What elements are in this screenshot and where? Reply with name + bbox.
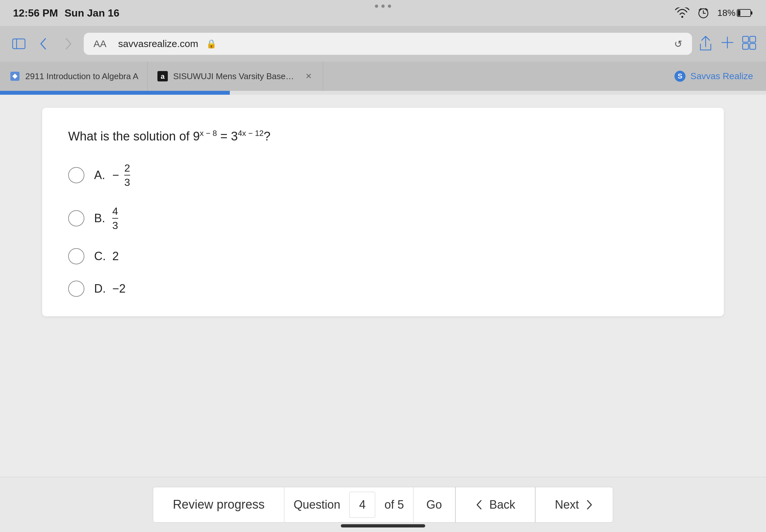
label-c: C. 2 [94, 249, 119, 263]
option-a[interactable]: A. − 2 3 [68, 162, 698, 189]
status-time: 12:56 PM [13, 7, 58, 19]
exponent1: x − 8 [200, 129, 217, 138]
tab-savvas[interactable]: S Savvas Realize [661, 62, 766, 91]
next-button[interactable]: Next [535, 487, 613, 523]
battery-indicator: 18% [717, 8, 753, 18]
svg-rect-13 [743, 36, 748, 42]
font-size-control[interactable]: AA [93, 38, 106, 49]
svg-rect-15 [743, 43, 748, 49]
status-left: 12:56 PM Sun Jan 16 [13, 7, 119, 19]
svg-rect-7 [751, 11, 752, 15]
fraction-a: 2 3 [124, 162, 130, 189]
next-label: Next [555, 498, 579, 512]
option-b[interactable]: B. 4 3 [68, 205, 698, 232]
next-arrow-icon [584, 499, 593, 510]
url-bar[interactable]: AA savvasrealize.com 🔒 ↺ [84, 33, 692, 55]
alarm-icon [697, 7, 710, 19]
browser-chrome: AA savvasrealize.com 🔒 ↺ [0, 26, 766, 62]
status-bar: 12:56 PM Sun Jan 16 18% [0, 0, 766, 26]
share-icon[interactable] [699, 36, 713, 52]
back-button[interactable]: Back [456, 487, 535, 523]
label-b: B. 4 3 [94, 205, 118, 232]
refresh-button[interactable]: ↺ [674, 38, 682, 50]
back-label: Back [490, 498, 516, 512]
tabs-bar: 2911 Introduction to Algebra A a SISUWUJ… [0, 62, 766, 91]
question-nav-label: Question [284, 498, 349, 512]
question-number-input[interactable] [349, 492, 375, 518]
bottom-nav: Review progress Question of 5 Go Back Ne… [0, 477, 766, 532]
main-content: What is the solution of 9x − 8 = 34x − 1… [0, 95, 766, 477]
forward-browser-button[interactable] [59, 35, 77, 53]
letter-b: B. [94, 212, 107, 225]
option-c[interactable]: C. 2 [68, 248, 698, 264]
tab-jacket[interactable]: a SISUWUJI Mens Varsity Baseball Jacket … [148, 62, 323, 91]
status-right: 18% [675, 7, 753, 19]
page-progress-bar [0, 91, 766, 95]
savvas-logo-icon: S [674, 70, 686, 82]
letter-a: A. [94, 168, 107, 182]
back-arrow-icon [475, 499, 484, 510]
tab-label-jacket: SISUWUJI Mens Varsity Baseball Jacket Be… [173, 71, 296, 81]
value-c: 2 [112, 249, 119, 263]
denominator-a: 3 [124, 175, 130, 188]
option-d[interactable]: D. −2 [68, 281, 698, 297]
tab-close-jacket[interactable]: ✕ [303, 71, 314, 81]
letter-d: D. [94, 282, 107, 296]
dot-2 [381, 5, 385, 8]
go-button[interactable]: Go [413, 487, 456, 523]
exponent2: 4x − 12 [238, 129, 263, 138]
label-a: A. − 2 3 [94, 162, 130, 189]
numerator-b: 4 [112, 205, 118, 219]
battery-percent: 18% [717, 8, 736, 18]
svg-rect-14 [750, 36, 756, 42]
question-of-label: of 5 [375, 498, 413, 512]
dot-1 [375, 5, 378, 8]
tabs-overview-icon[interactable] [742, 36, 756, 50]
question-nav-area: Question of 5 Go [284, 487, 455, 523]
tab-label-algebra: 2911 Introduction to Algebra A [25, 71, 138, 81]
tab-label-savvas: Savvas Realize [690, 71, 753, 81]
radio-a[interactable] [68, 167, 84, 183]
sidebar-button[interactable] [10, 35, 28, 53]
review-progress-button[interactable]: Review progress [153, 487, 284, 523]
value-d: −2 [112, 282, 126, 296]
radio-d[interactable] [68, 281, 84, 297]
label-d: D. −2 [94, 282, 126, 296]
tab-icon-jacket: a [157, 70, 168, 82]
add-tab-icon[interactable] [721, 36, 734, 49]
lock-icon: 🔒 [206, 39, 216, 49]
wifi-icon [675, 7, 689, 18]
dot-3 [388, 5, 391, 8]
minus-a: − [112, 168, 119, 182]
back-browser-button[interactable] [34, 35, 53, 53]
url-text: savvasrealize.com [118, 38, 198, 49]
letter-c: C. [94, 249, 107, 263]
radio-c[interactable] [68, 248, 84, 264]
svg-point-0 [681, 16, 683, 18]
question-text: What is the solution of 9x − 8 = 34x − 1… [68, 127, 698, 146]
home-indicator [341, 524, 425, 527]
question-card: What is the solution of 9x − 8 = 34x − 1… [42, 108, 724, 316]
progress-fill [0, 91, 230, 95]
svg-rect-9 [13, 39, 25, 49]
browser-actions [699, 36, 756, 52]
radio-b[interactable] [68, 210, 84, 226]
tab-algebra[interactable]: 2911 Introduction to Algebra A [0, 62, 148, 91]
fraction-b: 4 3 [112, 205, 118, 232]
review-progress-label: Review progress [173, 498, 264, 512]
svg-text:S: S [678, 72, 683, 80]
svg-text:a: a [161, 72, 165, 80]
tab-icon-algebra [9, 70, 21, 82]
denominator-b: 3 [112, 219, 118, 232]
svg-rect-16 [750, 43, 756, 49]
numerator-a: 2 [124, 162, 130, 175]
status-dots [375, 5, 391, 8]
svg-rect-8 [738, 10, 740, 16]
status-day: Sun Jan 16 [65, 7, 119, 19]
